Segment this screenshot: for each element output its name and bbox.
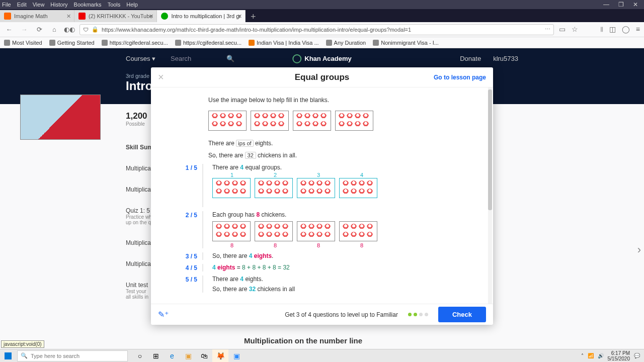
menu-bookmarks[interactable]: Bookmarks [74,2,102,8]
blank-input-1[interactable]: ips of [236,140,253,147]
webcam-overlay [20,95,101,140]
bm-nonimmigrant[interactable]: Nonimmigrant Visa - I... [373,40,439,46]
fill-blank-2: So, there are 32 chickens in all. [208,152,481,159]
step-number: 2 / 5 [163,211,203,248]
courses-dropdown[interactable]: Courses ▾ [126,55,155,62]
close-tab-icon[interactable]: ✕ [237,13,242,20]
chicken-group [251,111,289,131]
ka-search[interactable]: Search [171,55,191,62]
donate-link[interactable]: Donate [460,55,481,62]
blank-input-2[interactable]: 32 [245,152,256,159]
favicon-icon [78,13,86,20]
menu-tools[interactable]: Tools [108,2,121,8]
tab-label: (2) KRITHIKKK - YouTube [89,13,152,19]
scratchpad-icon[interactable]: ✎⁺ [158,310,169,319]
close-modal-button[interactable]: × [158,71,164,83]
firefox-icon[interactable]: 🦊 [212,349,228,363]
scrollbar[interactable] [488,87,492,304]
chicken-group [297,221,335,241]
close-tab-icon[interactable]: ✕ [149,13,153,20]
cortana-icon[interactable]: ○ [132,349,148,363]
reload-button[interactable]: ⟳ [34,25,44,35]
modal-header: × Equal groups Go to lesson page [151,67,493,87]
menu-help[interactable]: Help [126,2,138,8]
bookmark-star-icon[interactable]: ☆ [572,25,578,34]
chicken-group [339,178,377,198]
search-icon[interactable]: 🔍 [226,55,234,62]
chicken-group [212,178,251,198]
sidebar-icon[interactable]: ◫ [609,25,616,34]
url-field[interactable]: 🛡 🔒 https://www.khanacademy.org/math/cc-… [79,24,554,35]
tab-label: Imagine Math [14,13,48,19]
forward-button[interactable]: → [19,25,29,35]
taskbar-search[interactable]: 🔍 Type here to search [17,350,128,361]
menu-file[interactable]: File [2,2,11,8]
chicken-group [212,221,251,241]
close-tab-icon[interactable]: ✕ [66,13,71,20]
edge-icon[interactable]: e [164,349,180,363]
ka-header: Courses ▾ Search 🔍 Khan Academy Donate k… [0,48,644,69]
start-button[interactable] [0,349,16,363]
modal-body: Use the image below to help fill in the … [151,87,493,304]
menu-history[interactable]: History [50,2,67,8]
mask-icon[interactable]: ◐◐ [64,25,74,35]
menu-edit[interactable]: Edit [17,2,27,8]
lock-icon: 🔒 [92,26,99,33]
bookmark-icon [175,40,181,46]
tab-imagine-math[interactable]: Imagine Math ✕ [0,10,74,22]
bm-cgi1[interactable]: https://cgifederal.secu... [102,40,168,46]
tray-network-icon[interactable]: 📶 [588,353,594,358]
shield-icon: 🛡 [83,27,89,33]
explorer-icon[interactable]: ▣ [180,349,196,363]
modal-footer: ✎⁺ Get 3 of 4 questions to level up to F… [151,304,493,325]
user-menu[interactable]: klru5733 [493,55,518,62]
window-minimize-icon[interactable]: — [603,1,609,8]
back-button[interactable]: ← [4,25,14,35]
taskbar-clock[interactable]: 6:17 PM5/15/2020 [608,350,630,361]
next-section-title: Multiplication on the number line [244,336,362,345]
tab-khan[interactable]: Intro to multiplication | 3rd gr ✕ [157,10,246,22]
library-icon[interactable]: ⫴ [600,25,603,34]
new-tab-button[interactable]: + [246,12,261,22]
chicken-group [335,111,373,131]
ka-logo[interactable]: Khan Academy [292,54,351,63]
step-body: So, there are 4 eights. [212,252,481,260]
tray-volume-icon[interactable]: 🔊 [598,353,604,358]
chicken-group [255,221,293,241]
store-icon[interactable]: 🛍 [196,349,212,363]
chicken-group [293,111,331,131]
account-icon[interactable]: ◯ [622,25,630,34]
modal-title: Equal groups [295,72,350,82]
bookmark-icon [326,40,332,46]
reader-icon[interactable]: ▭ [559,25,566,34]
app-menu-icon[interactable]: ≡ [636,25,640,34]
bm-indian-visa[interactable]: Indian Visa | India Visa ... [249,40,319,46]
toolbar: ← → ⟳ ⌂ ◐◐ 🛡 🔒 https://www.khanacademy.o… [0,22,644,37]
menu-view[interactable]: View [33,2,45,8]
bookmark-icon [49,40,55,46]
bookmarks-bar: Most Visited Getting Started https://cgi… [0,37,644,48]
tab-bar: Imagine Math ✕ (2) KRITHIKKK - YouTube ✕… [0,9,644,22]
step-number: 4 / 5 [163,264,203,272]
fill-blank-1: There are ips of eights. [208,140,481,147]
taskview-icon[interactable]: ⊞ [148,349,164,363]
windows-taskbar: 🔍 Type here to search ○ ⊞ e ▣ 🛍 🦊 ▣ ˄ 📶 … [0,349,644,362]
lesson-page-link[interactable]: Go to lesson page [434,74,486,81]
window-restore-icon[interactable]: ❐ [618,1,624,8]
bm-getting-started[interactable]: Getting Started [49,40,95,46]
bookmark-icon [4,40,10,46]
zoom-icon[interactable]: ▣ [228,349,245,363]
next-arrow-icon[interactable]: › [637,243,641,256]
bm-any-duration[interactable]: Any Duration [326,40,366,46]
notifications-icon[interactable]: 💬 [634,353,640,358]
tray-chevron-icon[interactable]: ˄ [581,353,584,358]
window-close-icon[interactable]: ✕ [633,1,638,8]
status-tooltip: javascript:void(0) [1,340,44,348]
url-more-icon[interactable]: ⋯ [545,26,550,33]
home-button[interactable]: ⌂ [49,25,59,35]
tab-youtube[interactable]: (2) KRITHIKKK - YouTube ✕ [74,10,157,22]
check-button[interactable]: Check [438,307,486,322]
bm-most-visited[interactable]: Most Visited [4,40,42,46]
bm-cgi2[interactable]: https://cgifederal.secu... [175,40,242,46]
step-body: 4 eights = 8 + 8 + 8 + 8 = 32 [212,264,481,272]
